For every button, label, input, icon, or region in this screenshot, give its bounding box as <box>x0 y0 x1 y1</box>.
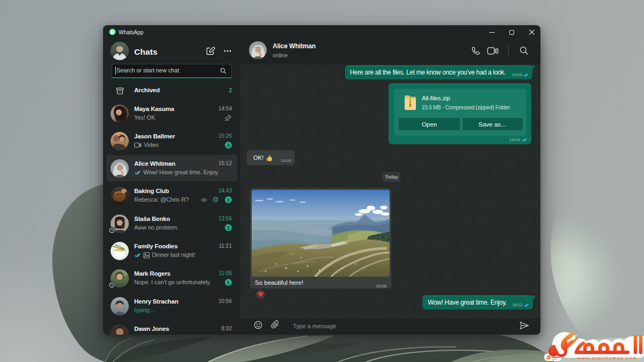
svg-text:www.almohamdy.com: www.almohamdy.com <box>577 356 638 360</box>
